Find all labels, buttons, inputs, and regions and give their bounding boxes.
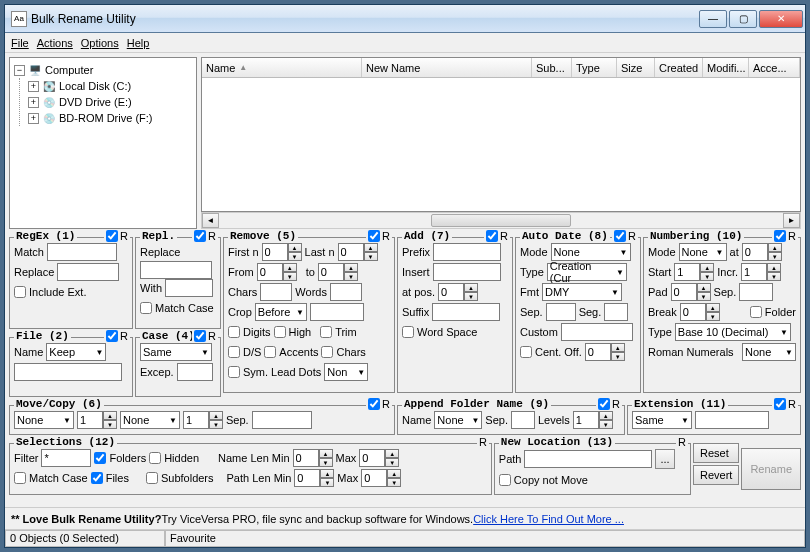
add-atpos-spin[interactable]: ▲▼ bbox=[438, 283, 478, 301]
numbering-pad-spin[interactable]: ▲▼ bbox=[671, 283, 711, 301]
rename-button[interactable]: Rename bbox=[741, 448, 801, 490]
selections-folders-check[interactable] bbox=[94, 452, 106, 464]
remove-enable-check[interactable] bbox=[368, 230, 380, 242]
remove-chars2-check[interactable] bbox=[321, 346, 333, 358]
col-type[interactable]: Type bbox=[572, 58, 617, 77]
autodate-off-spin[interactable]: ▲▼ bbox=[585, 343, 625, 361]
numbering-incr-spin[interactable]: ▲▼ bbox=[741, 263, 781, 281]
horizontal-scrollbar[interactable]: ◄ ► bbox=[201, 212, 801, 229]
numbering-enable-check[interactable] bbox=[774, 230, 786, 242]
revert-button[interactable]: Revert bbox=[693, 465, 739, 485]
movecopy-combo2[interactable]: None▼ bbox=[120, 411, 180, 429]
selections-namelenmax-spin[interactable]: ▲▼ bbox=[359, 449, 399, 467]
selections-pathlenmax-spin[interactable]: ▲▼ bbox=[361, 469, 401, 487]
regex-replace-input[interactable] bbox=[57, 263, 119, 281]
movecopy-spin2[interactable]: ▲▼ bbox=[183, 411, 223, 429]
remove-words-input[interactable] bbox=[330, 283, 362, 301]
scroll-left-icon[interactable]: ◄ bbox=[202, 213, 219, 228]
autodate-type-combo[interactable]: Creation (Cur▼ bbox=[547, 263, 627, 281]
movecopy-sep-input[interactable] bbox=[252, 411, 312, 429]
menu-help[interactable]: Help bbox=[127, 37, 150, 49]
reset-button[interactable]: Reset bbox=[693, 443, 739, 463]
selections-pathlenmin-spin[interactable]: ▲▼ bbox=[294, 469, 334, 487]
add-wordspace-check[interactable] bbox=[402, 326, 414, 338]
remove-from-spin[interactable]: ▲▼ bbox=[257, 263, 297, 281]
selections-hidden-check[interactable] bbox=[149, 452, 161, 464]
col-size[interactable]: Size bbox=[617, 58, 655, 77]
extension-enable-check[interactable] bbox=[774, 398, 786, 410]
newlocation-browse-button[interactable]: ... bbox=[655, 449, 674, 469]
add-prefix-input[interactable] bbox=[433, 243, 501, 261]
menu-actions[interactable]: Actions bbox=[37, 37, 73, 49]
tree-item-label[interactable]: BD-ROM Drive (F:) bbox=[59, 112, 153, 124]
add-enable-check[interactable] bbox=[486, 230, 498, 242]
appendfolder-levels-spin[interactable]: ▲▼ bbox=[573, 411, 613, 429]
col-modified[interactable]: Modifi... bbox=[703, 58, 749, 77]
selections-matchcase-check[interactable] bbox=[14, 472, 26, 484]
remove-digits-check[interactable] bbox=[228, 326, 240, 338]
movecopy-combo1[interactable]: None▼ bbox=[14, 411, 74, 429]
regex-enable-check[interactable] bbox=[106, 230, 118, 242]
tree-root-label[interactable]: Computer bbox=[45, 64, 93, 76]
selections-namelenmin-spin[interactable]: ▲▼ bbox=[293, 449, 333, 467]
autodate-enable-check[interactable] bbox=[614, 230, 626, 242]
case-combo[interactable]: Same▼ bbox=[140, 343, 212, 361]
numbering-mode-combo[interactable]: None▼ bbox=[679, 243, 727, 261]
numbering-break-spin[interactable]: ▲▼ bbox=[680, 303, 720, 321]
newlocation-path-input[interactable] bbox=[524, 450, 652, 468]
movecopy-spin1[interactable]: ▲▼ bbox=[77, 411, 117, 429]
footer-link[interactable]: Click Here To Find Out More ... bbox=[473, 513, 624, 525]
newlocation-copynotmove-check[interactable] bbox=[499, 474, 511, 486]
numbering-roman-combo[interactable]: None▼ bbox=[742, 343, 796, 361]
autodate-mode-combo[interactable]: None▼ bbox=[551, 243, 631, 261]
extension-input[interactable] bbox=[695, 411, 769, 429]
tree-item-label[interactable]: DVD Drive (E:) bbox=[59, 96, 132, 108]
autodate-sep-input[interactable] bbox=[546, 303, 576, 321]
remove-firstn-spin[interactable]: ▲▼ bbox=[262, 243, 302, 261]
appendfolder-enable-check[interactable] bbox=[598, 398, 610, 410]
autodate-custom-input[interactable] bbox=[561, 323, 633, 341]
autodate-fmt-combo[interactable]: DMY▼ bbox=[542, 283, 622, 301]
repl-replace-input[interactable] bbox=[140, 261, 212, 279]
remove-crop-combo[interactable]: Before▼ bbox=[255, 303, 307, 321]
scroll-right-icon[interactable]: ► bbox=[783, 213, 800, 228]
numbering-sep-input[interactable] bbox=[739, 283, 773, 301]
scroll-thumb[interactable] bbox=[431, 214, 571, 227]
remove-lastn-spin[interactable]: ▲▼ bbox=[338, 243, 378, 261]
numbering-folder-check[interactable] bbox=[750, 306, 762, 318]
tree-expand-icon[interactable]: + bbox=[28, 81, 39, 92]
close-button[interactable]: ✕ bbox=[759, 10, 803, 28]
col-newname[interactable]: New Name bbox=[362, 58, 532, 77]
remove-high-check[interactable] bbox=[274, 326, 286, 338]
add-suffix-input[interactable] bbox=[432, 303, 500, 321]
col-name[interactable]: Name▲ bbox=[202, 58, 362, 77]
appendfolder-sep-input[interactable] bbox=[511, 411, 535, 429]
remove-crop-input[interactable] bbox=[310, 303, 364, 321]
case-excep-input[interactable] bbox=[177, 363, 213, 381]
selections-filter-input[interactable] bbox=[41, 449, 91, 467]
remove-leaddots-combo[interactable]: Non▼ bbox=[324, 363, 368, 381]
folder-tree[interactable]: − 🖥️ Computer + 💽 Local Disk (C:) + 💿 DV… bbox=[9, 57, 197, 229]
movecopy-enable-check[interactable] bbox=[368, 398, 380, 410]
file-custom-input[interactable] bbox=[14, 363, 122, 381]
case-enable-check[interactable] bbox=[194, 330, 206, 342]
add-insert-input[interactable] bbox=[433, 263, 501, 281]
minimize-button[interactable]: — bbox=[699, 10, 727, 28]
menu-file[interactable]: File bbox=[11, 37, 29, 49]
col-accessed[interactable]: Acce... bbox=[749, 58, 800, 77]
selections-files-check[interactable] bbox=[91, 472, 103, 484]
file-enable-check[interactable] bbox=[106, 330, 118, 342]
tree-item-label[interactable]: Local Disk (C:) bbox=[59, 80, 131, 92]
remove-chars-input[interactable] bbox=[260, 283, 292, 301]
selections-subfolders-check[interactable] bbox=[146, 472, 158, 484]
appendfolder-name-combo[interactable]: None▼ bbox=[434, 411, 482, 429]
repl-with-input[interactable] bbox=[165, 279, 213, 297]
file-name-combo[interactable]: Keep▼ bbox=[46, 343, 106, 361]
remove-trim-check[interactable] bbox=[320, 326, 332, 338]
remove-sym-check[interactable] bbox=[228, 366, 240, 378]
remove-ds-check[interactable] bbox=[228, 346, 240, 358]
regex-match-input[interactable] bbox=[47, 243, 117, 261]
autodate-seg-input[interactable] bbox=[604, 303, 628, 321]
repl-matchcase-check[interactable] bbox=[140, 302, 152, 314]
numbering-at-spin[interactable]: ▲▼ bbox=[742, 243, 782, 261]
